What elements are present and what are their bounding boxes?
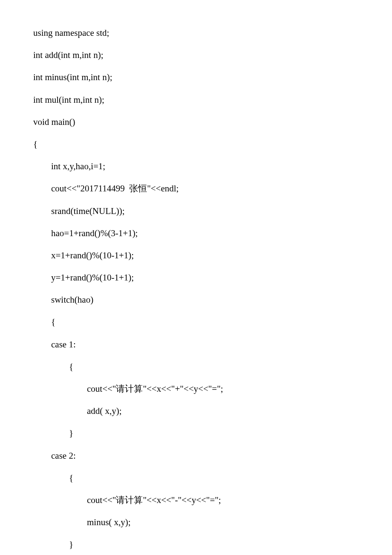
code-line: hao=1+rand()%(3-1+1); <box>33 228 359 239</box>
code-line: minus( x,y); <box>33 517 359 528</box>
code-line: switch(hao) <box>33 295 359 305</box>
code-line: case 2: <box>33 451 359 461</box>
code-line: cout<<"请计算"<<x<<"-"<<y<<"="; <box>33 495 359 506</box>
code-line: int mul(int m,int n); <box>33 95 359 105</box>
code-line: add( x,y); <box>33 406 359 416</box>
code-line: { <box>33 317 359 327</box>
code-line: int minus(int m,int n); <box>33 72 359 83</box>
code-line: { <box>33 361 359 372</box>
code-line: void main() <box>33 117 359 127</box>
code-line: case 1: <box>33 339 359 350</box>
code-line: srand(time(NULL)); <box>33 206 359 217</box>
code-line: cout<<"请计算"<<x<<"+"<<y<<"="; <box>33 384 359 394</box>
code-line: cout<<"2017114499 张恒"<<endl; <box>33 183 359 194</box>
code-line: int add(int m,int n); <box>33 50 359 61</box>
code-line: } <box>33 539 359 550</box>
code-line: { <box>33 139 359 150</box>
code-line: { <box>33 473 359 483</box>
code-line: } <box>33 428 359 439</box>
code-line: using namespace std; <box>33 28 359 38</box>
code-line: x=1+rand()%(10-1+1); <box>33 250 359 261</box>
code-line: y=1+rand()%(10-1+1); <box>33 272 359 283</box>
document-page: using namespace std; int add(int m,int n… <box>0 0 392 555</box>
code-line: int x,y,hao,i=1; <box>33 161 359 172</box>
